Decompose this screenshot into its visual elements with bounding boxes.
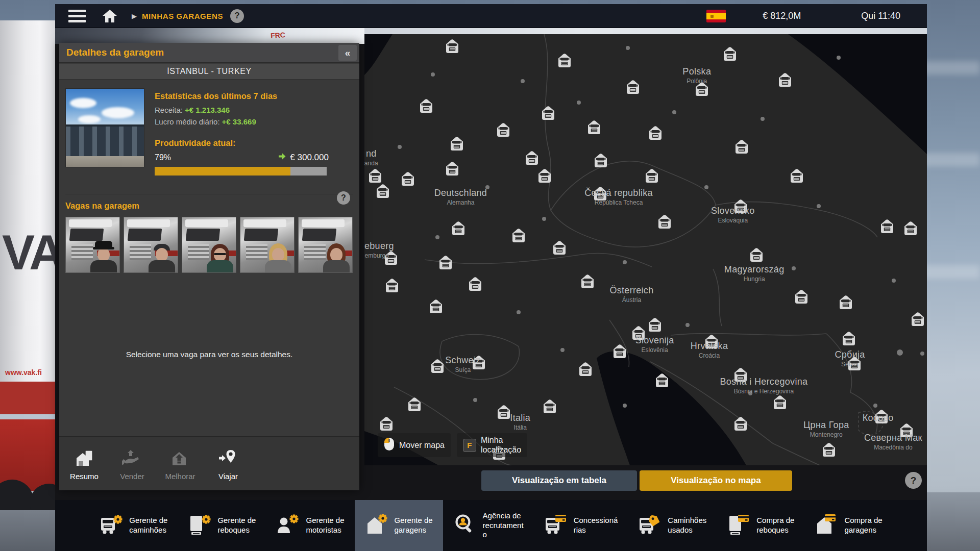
map-garage-icon[interactable] <box>556 52 573 69</box>
map-garage-icon[interactable] <box>418 97 435 115</box>
map-garage-icon[interactable] <box>382 249 400 267</box>
map-garage-icon[interactable] <box>873 408 890 425</box>
map-garage-icon[interactable] <box>611 343 628 360</box>
map-garage-icon[interactable] <box>378 415 395 433</box>
map-garage-icon[interactable] <box>406 396 423 413</box>
garage-slot[interactable] <box>182 217 236 273</box>
viajar-button[interactable]: Viajar <box>208 447 248 481</box>
revenue-value: +€ 1.213.346 <box>185 106 230 114</box>
map-garage-icon[interactable] <box>579 273 596 290</box>
productivity-percent: 79% <box>155 153 171 162</box>
productivity-help-icon[interactable]: ? <box>337 191 350 205</box>
map-garage-icon[interactable] <box>450 220 467 237</box>
garage-slot[interactable] <box>124 217 178 273</box>
map-garage-icon[interactable] <box>592 152 609 169</box>
page-help-icon[interactable]: ? <box>905 472 922 489</box>
map-garage-icon[interactable] <box>732 415 749 433</box>
map-garage-icon[interactable] <box>656 213 673 231</box>
map-garage-icon[interactable] <box>383 277 401 294</box>
map-garage-icon[interactable] <box>647 124 664 142</box>
map-garage-icon[interactable] <box>495 121 512 139</box>
map-garage-icon[interactable] <box>366 167 384 185</box>
map-garage-icon[interactable] <box>840 330 857 347</box>
garage-slot[interactable] <box>298 217 353 273</box>
map-garage-icon[interactable] <box>703 333 720 350</box>
map-garage-icon[interactable] <box>540 105 557 122</box>
map-city-dot <box>897 349 903 356</box>
toolbar-item-usados[interactable]: Caminhões usados <box>628 500 717 551</box>
map-garage-icon[interactable] <box>820 441 838 459</box>
productivity-bar <box>155 167 327 176</box>
revenue-line: Receita:+€ 1.213.346 <box>155 106 353 114</box>
map-garage-icon[interactable] <box>399 170 416 188</box>
garage-slot[interactable] <box>65 217 120 273</box>
map-garage-icon[interactable] <box>732 198 749 215</box>
map-garage-icon[interactable] <box>470 354 487 371</box>
map-view-button[interactable]: Visualização no mapa <box>640 470 792 491</box>
map-garage-icon[interactable] <box>536 167 553 185</box>
map-garage-icon[interactable] <box>429 358 446 375</box>
map-garage-icon[interactable] <box>495 404 512 421</box>
garage-slot[interactable] <box>240 217 295 273</box>
menu-icon[interactable] <box>68 10 86 22</box>
breadcrumb-help-icon[interactable]: ? <box>230 9 244 23</box>
map-garage-icon[interactable] <box>732 366 749 384</box>
map-garage-icon[interactable] <box>898 422 915 439</box>
map-garage-icon[interactable] <box>748 246 765 264</box>
map-garage-icon[interactable] <box>585 119 603 136</box>
map-garage-icon[interactable] <box>444 160 461 178</box>
my-location-hint: F Minha localização <box>457 433 527 457</box>
map-garage-icon[interactable] <box>788 167 805 185</box>
map-garage-icon[interactable] <box>427 298 445 315</box>
toolbar-item-motoristas[interactable]: Gerente de motoristas <box>266 500 354 551</box>
map-garage-icon[interactable] <box>771 394 789 411</box>
sell-icon <box>122 447 142 470</box>
toolbar-item-recrutamento[interactable]: Agência de recrutament o <box>443 500 534 551</box>
collapse-panel-button[interactable]: « <box>338 45 357 61</box>
map-garage-icon[interactable] <box>902 220 919 237</box>
map-garage-icon[interactable] <box>374 183 391 200</box>
map-garage-icon[interactable] <box>523 149 541 167</box>
toolbar-item-caminhoes[interactable]: Gerente de caminhões <box>89 500 178 551</box>
toolbar-item-compra-reboques[interactable]: Compra de reboques <box>717 500 804 551</box>
toolbar-item-reboques[interactable]: Gerente de reboques <box>178 500 266 551</box>
map-garage-icon[interactable] <box>592 185 609 203</box>
map-city-dot <box>398 145 402 149</box>
map-garage-icon[interactable] <box>837 294 854 311</box>
resumo-button[interactable]: Resumo <box>64 447 104 481</box>
panel-title: Detalhes da garagem <box>66 47 164 58</box>
map-garage-icon[interactable] <box>653 372 671 389</box>
map-garage-icon[interactable] <box>846 355 863 372</box>
map-garage-icon[interactable] <box>437 254 454 271</box>
map-garage-icon[interactable] <box>551 239 568 257</box>
toolbar-item-garagens[interactable]: Gerente de garagens <box>355 500 443 551</box>
toolbar-item-compra-garagens[interactable]: Compra de garagens <box>804 500 892 551</box>
action-label: Melhorar <box>165 472 195 481</box>
map-garage-icon[interactable] <box>733 138 750 156</box>
map-garage-icon[interactable] <box>643 167 660 185</box>
map-garage-icon[interactable] <box>624 79 642 96</box>
map-garage-icon[interactable] <box>693 81 710 98</box>
garage-name: İSTANBUL - TURKEY <box>59 64 359 80</box>
map-garage-icon[interactable] <box>444 38 461 55</box>
home-icon[interactable] <box>102 9 117 23</box>
map-garage-icon[interactable] <box>793 288 810 306</box>
map-garage-icon[interactable] <box>878 218 896 235</box>
map-garage-icon[interactable] <box>646 316 664 334</box>
map-garage-icon[interactable] <box>510 227 527 244</box>
map-garage-icon[interactable] <box>448 135 465 153</box>
map-garage-icon[interactable] <box>776 71 794 89</box>
map-garage-icon[interactable] <box>721 45 739 63</box>
map-garage-icon[interactable] <box>909 311 926 328</box>
breadcrumb[interactable]: MINHAS GARAGENS <box>142 12 223 20</box>
revenue-label: Receita: <box>155 106 183 114</box>
map-garage-icon[interactable] <box>577 361 594 378</box>
garage-map[interactable]: PolskaPolôniaDeutschlandAlemanhaČeská re… <box>364 34 927 465</box>
map-garage-icon[interactable] <box>630 324 647 342</box>
scene-peek-left: FRC <box>55 28 364 44</box>
table-view-button[interactable]: Visualização em tabela <box>481 470 637 491</box>
action-label: Resumo <box>70 472 99 481</box>
toolbar-item-concessionarias[interactable]: Concessioná rias <box>534 500 628 551</box>
map-garage-icon[interactable] <box>467 276 484 293</box>
map-garage-icon[interactable] <box>541 398 558 415</box>
